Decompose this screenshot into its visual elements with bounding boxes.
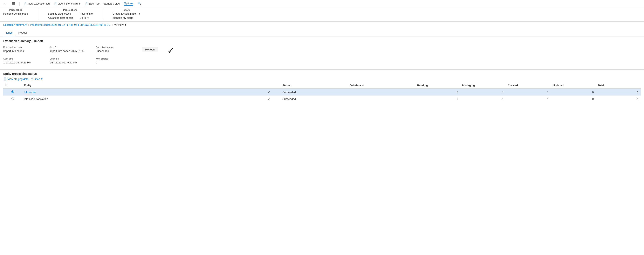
job-id-value: Import info codes-2025-01-1... xyxy=(50,49,91,53)
manage-my-alerts-btn[interactable]: Manage my alerts xyxy=(113,16,140,19)
row-total-cell: 1 xyxy=(596,88,641,96)
back-button[interactable]: ← xyxy=(2,2,8,6)
entity-toolbar: 📄 View staging data ▿ Filter ▼ xyxy=(3,78,641,80)
breadcrumb-execution-summary[interactable]: Execution summary xyxy=(3,23,27,26)
data-project-name-field: Data project name Import info codes xyxy=(3,46,44,53)
my-view-dropdown[interactable]: My view ▼ xyxy=(114,23,127,26)
job-id-field: Job ID Import info codes-2025-01-1... xyxy=(50,46,91,53)
ribbon-group-share: Share Create a custom alert ▼ Manage my … xyxy=(113,9,140,19)
col-jobdetails-header[interactable]: Job details xyxy=(348,82,415,88)
standard-view-btn[interactable]: Standard view xyxy=(103,2,120,5)
execution-form: Data project name Import info codes Job … xyxy=(0,44,644,68)
personalize-this-page-btn[interactable]: Personalize this page xyxy=(3,12,28,15)
execution-status-field: Execution status Succeeded xyxy=(96,46,137,53)
header-radio xyxy=(5,84,8,86)
entity-table: Entity Status Job details Pending In sta… xyxy=(3,82,641,102)
tab-lines[interactable]: Lines xyxy=(3,30,16,36)
end-time-value: 1/17/2025 05:45:52 PM xyxy=(50,60,91,65)
breadcrumb: Execution summary | Import info codes-20… xyxy=(0,22,644,28)
row-check-cell: ✓ xyxy=(258,88,280,96)
execution-status-value: Succeeded xyxy=(96,49,137,53)
ribbon-group-page-options: Page options Security diagnostics Advanc… xyxy=(48,9,93,19)
security-diagnostics-btn[interactable]: Security diagnostics xyxy=(48,12,73,15)
row-radio-cell[interactable] xyxy=(3,96,22,102)
row-entity-cell: Info codes xyxy=(22,88,258,96)
ribbon: Personalize Personalize this page Page o… xyxy=(0,8,644,22)
col-pending-header[interactable]: Pending xyxy=(415,82,460,88)
with-errors-label: With errors: xyxy=(96,58,137,60)
row-staging-cell: 1 xyxy=(460,96,506,102)
breadcrumb-sep-1: | xyxy=(28,23,29,26)
doc-icon3: 📄 xyxy=(84,2,88,5)
row-staging-cell: 1 xyxy=(460,88,506,96)
data-project-name-value: Import info codes xyxy=(3,49,44,53)
view-execution-log-btn[interactable]: 📄 View execution log xyxy=(23,2,50,5)
view-staging-data-btn[interactable]: 📄 View staging data xyxy=(3,78,28,80)
form-row-1: Data project name Import info codes Job … xyxy=(3,46,641,56)
row-updated-cell: 0 xyxy=(551,88,596,96)
advanced-filter-sort-btn[interactable]: Advanced filter or sort xyxy=(48,16,73,19)
record-info-btn[interactable]: Record info xyxy=(80,12,93,15)
go-to-btn[interactable]: Go to ▼ xyxy=(80,16,93,19)
job-id-label: Job ID xyxy=(50,46,91,48)
tab-header[interactable]: Header xyxy=(16,30,30,36)
filter-dropdown-arrow: ▼ xyxy=(40,78,43,80)
with-errors-field: With errors: 0 xyxy=(96,58,137,65)
create-custom-alert-btn[interactable]: Create a custom alert ▼ xyxy=(113,12,140,15)
breadcrumb-sep-2: | xyxy=(112,23,112,26)
top-nav: ← ☰ 📄 View execution log 📄 View historic… xyxy=(0,0,644,8)
start-time-label: Start time xyxy=(3,58,44,60)
doc-icon2: 📄 xyxy=(53,2,57,5)
col-radio-header xyxy=(3,82,22,88)
row-radio-0[interactable] xyxy=(11,90,14,93)
doc-icon: 📄 xyxy=(23,2,26,5)
table-row[interactable]: Info code translation ✓ Succeeded 0 1 1 … xyxy=(3,96,641,102)
staging-data-icon: 📄 xyxy=(3,78,6,80)
refresh-button[interactable]: Refresh xyxy=(142,47,158,52)
share-items: Create a custom alert ▼ Manage my alerts xyxy=(113,12,140,19)
page-options-group-title: Page options xyxy=(48,9,93,11)
filter-icon: ▿ xyxy=(31,78,33,80)
batch-job-btn[interactable]: 📄 Batch job xyxy=(84,2,100,5)
breadcrumb-import-ref[interactable]: Import info codes-2025-01-17T17:45:06-F0… xyxy=(30,23,111,26)
row-status-cell: Succeeded xyxy=(280,88,348,96)
col-entity-header[interactable]: Entity xyxy=(22,82,258,88)
col-status-header[interactable]: Status xyxy=(280,82,348,88)
table-row[interactable]: Info codes ✓ Succeeded 0 1 1 0 1 xyxy=(3,88,641,96)
row-radio-1[interactable] xyxy=(11,97,14,100)
execution-status-label: Execution status xyxy=(96,46,137,48)
personalize-items: Personalize this page xyxy=(3,12,28,15)
col-created-header[interactable]: Created xyxy=(506,82,551,88)
col-staging-header[interactable]: In staging xyxy=(460,82,506,88)
success-checkmark-icon: ✓ xyxy=(167,46,174,56)
ribbon-div-2 xyxy=(102,9,103,19)
share-group-title: Share xyxy=(113,9,140,11)
entity-name: Info code translation xyxy=(24,98,48,100)
entity-section-title: Entity processing status xyxy=(3,72,641,76)
start-time-field: Start time 1/17/2025 05:45:21 PM xyxy=(3,58,44,65)
row-radio-cell[interactable] xyxy=(3,88,22,96)
form-row-2: Start time 1/17/2025 05:45:21 PM End tim… xyxy=(3,58,641,65)
row-total-cell: 1 xyxy=(596,96,641,102)
tabs-container: Lines Header xyxy=(0,30,644,36)
entity-name[interactable]: Info codes xyxy=(24,91,36,94)
row-pending-cell: 0 xyxy=(415,88,460,96)
menu-button[interactable]: ☰ xyxy=(11,1,16,6)
row-pending-cell: 0 xyxy=(415,96,460,102)
page-options-items: Security diagnostics Advanced filter or … xyxy=(48,12,93,19)
data-project-name-label: Data project name xyxy=(3,46,44,48)
col-total-header[interactable]: Total xyxy=(596,82,641,88)
filter-btn[interactable]: ▿ Filter ▼ xyxy=(31,78,43,80)
view-historical-runs-btn[interactable]: 📄 View historical runs xyxy=(53,2,80,5)
my-view-chevron-icon: ▼ xyxy=(124,23,127,26)
options-btn[interactable]: Options xyxy=(124,2,133,6)
row-updated-cell: 0 xyxy=(551,96,596,102)
end-time-field: End time 1/17/2025 05:45:52 PM xyxy=(50,58,91,65)
start-time-value: 1/17/2025 05:45:21 PM xyxy=(3,60,44,65)
row-jobdetails-cell xyxy=(348,96,415,102)
row-entity-cell: Info code translation xyxy=(22,96,258,102)
alert-dropdown-arrow: ▼ xyxy=(138,13,140,15)
col-updated-header[interactable]: Updated xyxy=(551,82,596,88)
search-btn[interactable]: 🔍 xyxy=(137,1,142,6)
row-created-cell: 1 xyxy=(506,96,551,102)
